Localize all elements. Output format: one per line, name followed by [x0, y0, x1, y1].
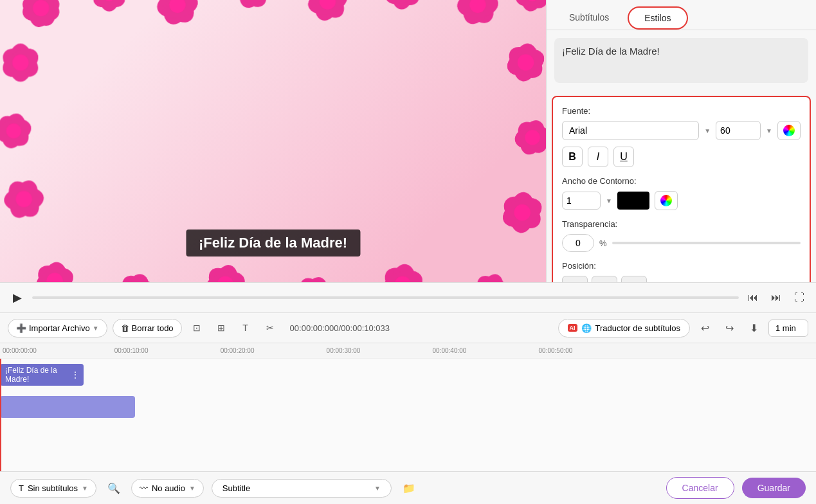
audio-clip[interactable] — [0, 396, 135, 418]
tab-subtitles[interactable]: Subtítulos — [553, 6, 625, 30]
svg-point-99 — [514, 204, 530, 221]
underline-button[interactable]: U — [613, 147, 634, 167]
subtitle-type-chevron: ▼ — [374, 485, 381, 492]
font-family-chevron: ▼ — [704, 127, 711, 134]
timeline-cursor — [0, 359, 1, 471]
svg-point-79 — [6, 123, 21, 138]
progress-bar[interactable] — [32, 296, 739, 299]
duration-select[interactable]: 1 min 5 min 10 min — [768, 320, 808, 337]
font-size-chevron: ▼ — [766, 127, 772, 134]
position-section: Posición: — [562, 261, 801, 282]
tool-4-button[interactable]: ✂ — [260, 318, 280, 338]
right-panel: Subtítulos Estilos ¡Feliz Día de la Madr… — [546, 0, 816, 282]
audio-track — [0, 391, 816, 423]
audio-wave-icon: 〰 — [140, 483, 148, 493]
video-preview: ¡Feliz Día de la Madre! — [0, 0, 546, 282]
audio-button[interactable]: 〰 No audio ▼ — [131, 479, 204, 498]
skip-back-button[interactable]: ⏮ — [744, 289, 762, 307]
audio-chevron: ▼ — [189, 485, 195, 492]
transparency-section: Transparencia: 0 % — [562, 219, 801, 252]
outline-color-wheel-icon — [660, 195, 672, 206]
transparency-input[interactable]: 0 — [562, 234, 594, 252]
text-format-row: B I U — [562, 147, 801, 167]
translate-label: Traductor de subtítulos — [595, 323, 680, 333]
undo-button[interactable]: ↩ — [695, 318, 714, 338]
subtitle-mode-chevron: ▼ — [82, 485, 88, 492]
subtitle-clip-text: ¡Feliz Día de la Madre! — [5, 366, 57, 384]
plus-icon: ➕ — [16, 323, 26, 333]
clip-menu-dot[interactable]: ⋮ — [71, 370, 80, 380]
timeline-ruler: 00:00:00:00 00:00:10:00 00:00:20:00 00:0… — [0, 343, 816, 359]
controls-bar: ▶ ⏮ ⏭ ⛶ — [0, 282, 816, 312]
fullscreen-button[interactable]: ⛶ — [790, 289, 808, 307]
import-label: Importar Archivo — [29, 323, 90, 333]
color-wheel-icon — [783, 125, 795, 136]
outline-width-chevron: ▼ — [606, 197, 612, 204]
svg-point-84 — [15, 191, 32, 207]
font-row: Arial Helvetica Times New Roman ▼ 60 48 … — [562, 121, 801, 140]
transparency-slider-track[interactable] — [612, 242, 801, 244]
position-box-1 — [562, 276, 588, 282]
tool-1-button[interactable]: ⊡ — [187, 318, 206, 338]
subtitle-mode-icon: T — [19, 483, 24, 493]
subtitle-mode-label: Sin subtítulos — [28, 483, 78, 493]
video-frame: ¡Feliz Día de la Madre! — [0, 0, 546, 282]
outline-color-wheel-button[interactable] — [655, 191, 678, 210]
font-family-select[interactable]: Arial Helvetica Times New Roman — [562, 121, 699, 140]
subtitle-type-dropdown[interactable]: Subtitle ▼ — [212, 479, 392, 498]
redo-button[interactable]: ↪ — [720, 318, 739, 338]
subtitle-clip[interactable]: ¡Feliz Día de la Madre! ⋮ — [0, 364, 84, 386]
translate-button[interactable]: AI 🌐 Traductor de subtítulos — [558, 319, 690, 338]
cancel-button[interactable]: Cancelar — [666, 477, 734, 499]
delete-label: Borrar todo — [132, 323, 174, 333]
subtitle-track: ¡Feliz Día de la Madre! ⋮ — [0, 359, 816, 391]
svg-point-74 — [12, 55, 28, 71]
outline-section: Ancho de Contorno: 1 2 3 ▼ — [562, 176, 801, 210]
translate-icon: 🌐 — [581, 323, 592, 333]
tab-styles[interactable]: Estilos — [628, 6, 687, 30]
position-box-2 — [592, 276, 617, 282]
save-button[interactable]: Guardar — [742, 478, 806, 498]
outline-color-button[interactable] — [617, 192, 649, 210]
transparency-label: Transparencia: — [562, 219, 801, 229]
ruler-mark-2: 00:00:20:00 — [221, 347, 255, 354]
subtitle-type-label: Subtitle — [222, 483, 250, 493]
timeline-area: 00:00:00:00 00:00:10:00 00:00:20:00 00:0… — [0, 343, 816, 471]
font-size-select[interactable]: 60 48 72 — [716, 121, 761, 140]
folder-button[interactable]: 📁 — [399, 478, 419, 498]
outline-label: Ancho de Contorno: — [562, 176, 801, 186]
toolbar: ➕ Importar Archivo ▼ 🗑 Borrar todo ⊡ ⊞ T… — [0, 312, 816, 343]
ruler-mark-0: 00:00:00:00 — [3, 347, 37, 354]
export-button[interactable]: ⬇ — [744, 318, 763, 338]
import-chevron: ▼ — [93, 325, 99, 332]
subtitle-mode-button[interactable]: T Sin subtítulos ▼ — [10, 479, 96, 498]
svg-point-94 — [525, 130, 539, 145]
bold-button[interactable]: B — [562, 147, 583, 167]
outline-row: 1 2 3 ▼ — [562, 191, 801, 210]
time-display: 00:00:00:000/00:00:10:033 — [290, 323, 390, 333]
ruler-mark-5: 00:00:50:00 — [539, 347, 573, 354]
bottom-bar: T Sin subtítulos ▼ 🔍 〰 No audio ▼ Subtit… — [0, 471, 816, 504]
style-panel: Fuente: Arial Helvetica Times New Roman … — [552, 96, 811, 282]
import-button[interactable]: ➕ Importar Archivo ▼ — [8, 319, 107, 338]
ruler-mark-1: 00:00:10:00 — [114, 347, 149, 354]
skip-forward-button[interactable]: ⏭ — [767, 289, 785, 307]
font-color-button[interactable] — [777, 121, 801, 140]
tabs-container: Subtítulos Estilos — [547, 0, 816, 30]
ruler-mark-3: 00:00:30:00 — [327, 347, 361, 354]
trash-icon: 🗑 — [121, 323, 129, 333]
play-button[interactable]: ▶ — [8, 288, 27, 307]
ai-badge: AI — [568, 324, 577, 332]
delete-button[interactable]: 🗑 Borrar todo — [113, 319, 182, 338]
italic-button[interactable]: I — [588, 147, 608, 167]
outline-width-select[interactable]: 1 2 3 — [562, 192, 601, 210]
tool-2-button[interactable]: ⊞ — [212, 318, 231, 338]
tool-3-button[interactable]: T — [236, 318, 255, 338]
audio-label: No audio — [152, 483, 185, 493]
video-subtitle-text: ¡Feliz Día de la Madre! — [186, 230, 360, 256]
subtitle-text-preview: ¡Feliz Día de la Madre! — [554, 38, 808, 83]
transparency-row: 0 % — [562, 234, 801, 252]
position-row — [562, 276, 801, 282]
search-button[interactable]: 🔍 — [104, 478, 123, 498]
svg-point-4 — [33, 0, 49, 16]
